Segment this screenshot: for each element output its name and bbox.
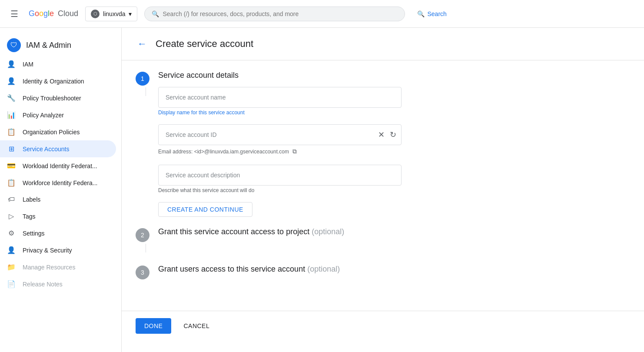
- sidebar-item-label: Labels: [23, 196, 40, 203]
- email-hint: Email address: <id>@linuxvda.iam.gservic…: [158, 147, 525, 156]
- name-hint: Display name for this service account: [158, 110, 525, 116]
- step-3-number: 3: [136, 266, 149, 279]
- settings-gear-icon: ⚙: [7, 229, 16, 237]
- description-hint: Describe what this service account will …: [158, 187, 525, 193]
- done-button[interactable]: DONE: [136, 318, 171, 334]
- step-1-content: Service account details Display name for…: [158, 71, 525, 217]
- create-and-continue-button[interactable]: CREATE AND CONTINUE: [158, 202, 252, 217]
- wrench-icon: 🔧: [7, 94, 16, 102]
- id-input-actions: ✕ ↻: [376, 128, 398, 141]
- main-content: ← Create service account 1 Service accou…: [122, 28, 644, 352]
- back-button[interactable]: ←: [136, 37, 149, 51]
- logo: Google Cloud: [29, 9, 78, 18]
- sidebar-item-labels[interactable]: 🏷 Labels: [0, 191, 116, 208]
- step-2-content: Grant this service account access to pro…: [158, 227, 525, 254]
- step-2-connector: [146, 244, 146, 252]
- step-3-content: Grant users access to this service accou…: [158, 265, 525, 279]
- dropdown-icon: ▾: [129, 10, 132, 17]
- iam-shield-icon: 🛡: [7, 38, 21, 52]
- sidebar-item-settings[interactable]: ⚙ Settings: [0, 225, 116, 242]
- sidebar-item-identity-org[interactable]: 👤 Identity & Organization: [0, 73, 116, 90]
- search-btn-icon: 🔍: [417, 10, 425, 17]
- search-button[interactable]: 🔍 Search: [412, 7, 451, 21]
- step-1-connector: [146, 87, 146, 96]
- step-2-optional: (optional): [312, 227, 344, 236]
- step-3-title: Grant users access to this service accou…: [158, 265, 525, 274]
- service-account-id-group: ✕ ↻ Email address: <id>@linuxvda.iam.gse…: [158, 124, 525, 156]
- page-title: Create service account: [156, 38, 253, 50]
- sidebar-item-label: Manage Resources: [23, 264, 75, 271]
- back-arrow-icon: ←: [137, 38, 147, 50]
- refresh-id-button[interactable]: ↻: [388, 128, 398, 141]
- sidebar-item-policy-troubleshooter[interactable]: 🔧 Policy Troubleshooter: [0, 90, 116, 106]
- org-icon: 📋: [7, 128, 16, 136]
- step-2-title: Grant this service account access to pro…: [158, 227, 525, 236]
- search-bar: 🔍: [144, 7, 405, 21]
- step-1-title: Service account details: [158, 71, 525, 80]
- sidebar-item-label: Workforce Identity Federa...: [23, 179, 97, 186]
- iam-person-icon: 👤: [7, 60, 16, 68]
- step-2-section: 2 Grant this service account access to p…: [136, 227, 525, 254]
- page-header: ← Create service account: [122, 28, 644, 60]
- workforce-icon: 📋: [7, 179, 16, 187]
- sidebar-item-iam[interactable]: 👤 IAM: [0, 56, 116, 73]
- content-area: 1 Service account details Display name f…: [122, 60, 539, 300]
- sidebar: 🛡 IAM & Admin 👤 IAM 👤 Identity & Organiz…: [0, 28, 122, 352]
- sidebar-item-label: Policy Troubleshooter: [23, 95, 81, 102]
- project-name: linuxvda: [103, 10, 125, 17]
- step-1-section: 1 Service account details Display name f…: [136, 71, 525, 217]
- service-account-name-input[interactable]: [158, 87, 402, 108]
- sidebar-item-label: Tags: [23, 213, 36, 220]
- sidebar-item-workforce-identity[interactable]: 📋 Workforce Identity Federa...: [0, 174, 116, 191]
- release-notes-icon: 📄: [7, 280, 16, 288]
- step-1-number: 1: [136, 72, 149, 86]
- copy-email-button[interactable]: ⧉: [292, 147, 298, 156]
- sidebar-item-label: IAM: [23, 61, 33, 68]
- sidebar-item-label: Release Notes: [23, 281, 63, 288]
- identity-icon: 👤: [7, 77, 16, 85]
- clear-id-button[interactable]: ✕: [376, 128, 386, 141]
- service-account-name-group: Display name for this service account: [158, 87, 525, 116]
- sidebar-item-tags[interactable]: ▷ Tags: [0, 208, 116, 225]
- sidebar-item-label: Policy Analyzer: [23, 112, 64, 119]
- sidebar-item-label: Identity & Organization: [23, 78, 84, 85]
- sidebar-item-release-notes[interactable]: 📄 Release Notes: [0, 276, 116, 292]
- sidebar-item-org-policies[interactable]: 📋 Organization Policies: [0, 123, 116, 140]
- app-header: ☰ Google Cloud ⬡ linuxvda ▾ 🔍 🔍 Search: [0, 0, 644, 28]
- sidebar-item-policy-analyzer[interactable]: 📊 Policy Analyzer: [0, 106, 116, 123]
- step-3-optional: (optional): [307, 265, 340, 273]
- sidebar-item-label: Settings: [23, 230, 45, 237]
- analyzer-icon: 📊: [7, 111, 16, 119]
- bottom-actions: DONE CANCEL: [122, 311, 644, 341]
- project-avatar: ⬡: [91, 10, 100, 18]
- service-accounts-icon: ⊞: [7, 145, 16, 153]
- manage-resources-icon: 📁: [7, 263, 16, 271]
- tags-icon: ▷: [7, 212, 16, 220]
- service-account-description-group: Describe what this service account will …: [158, 165, 525, 193]
- service-account-id-row: ✕ ↻: [158, 124, 402, 145]
- search-icon: 🔍: [152, 10, 159, 17]
- sidebar-app-name: IAM & Admin: [26, 41, 71, 50]
- labels-icon: 🏷: [7, 196, 16, 203]
- sidebar-header: 🛡 IAM & Admin: [0, 31, 121, 56]
- step-3-section: 3 Grant users access to this service acc…: [136, 265, 525, 279]
- workload-icon: 💳: [7, 162, 16, 170]
- sidebar-item-workload-identity[interactable]: 💳 Workload Identity Federat...: [0, 157, 116, 174]
- search-input[interactable]: [163, 10, 398, 17]
- sidebar-item-label: Service Accounts: [23, 146, 69, 153]
- service-account-id-input[interactable]: [158, 124, 402, 145]
- sidebar-item-label: Organization Policies: [23, 129, 80, 136]
- service-account-description-input[interactable]: [158, 165, 402, 186]
- project-selector[interactable]: ⬡ linuxvda ▾: [85, 7, 137, 21]
- sidebar-item-label: Privacy & Security: [23, 247, 72, 254]
- email-hint-text: Email address: <id>@linuxvda.iam.gservic…: [158, 149, 289, 155]
- sidebar-item-privacy-security[interactable]: 👤 Privacy & Security: [0, 242, 116, 259]
- sidebar-item-service-accounts[interactable]: ⊞ Service Accounts: [0, 140, 116, 157]
- step-2-number: 2: [136, 228, 149, 242]
- sidebar-item-label: Workload Identity Federat...: [23, 163, 97, 169]
- sidebar-item-manage-resources[interactable]: 📁 Manage Resources: [0, 259, 116, 276]
- cancel-button[interactable]: CANCEL: [175, 318, 218, 334]
- menu-icon[interactable]: ☰: [7, 5, 22, 23]
- privacy-icon: 👤: [7, 246, 16, 254]
- app-body: 🛡 IAM & Admin 👤 IAM 👤 Identity & Organiz…: [0, 28, 644, 352]
